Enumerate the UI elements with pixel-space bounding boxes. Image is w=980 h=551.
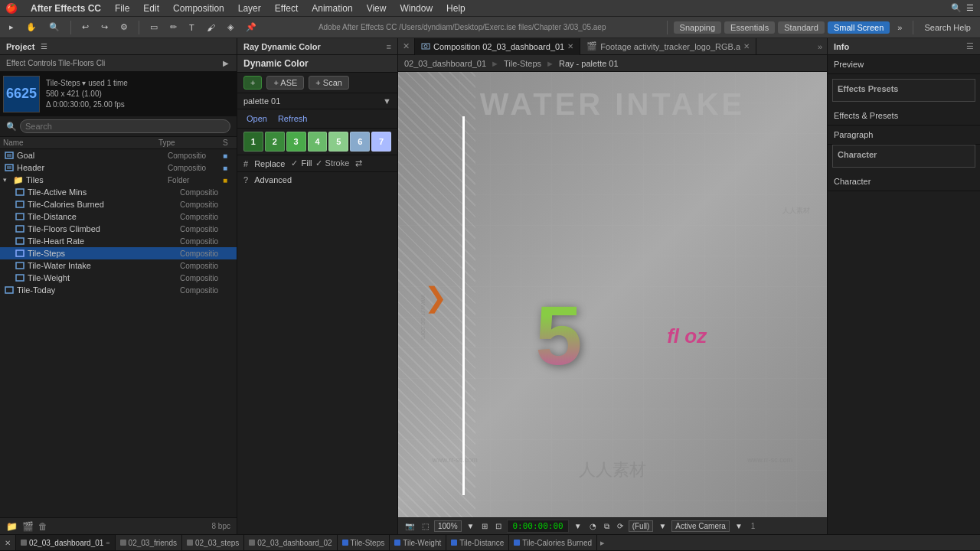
comp-time-dropdown[interactable]: ▼ [572,521,584,531]
menu-effect[interactable]: Effect [269,0,304,17]
comp-tab-close-all[interactable]: ✕ [398,38,415,55]
new-folder-btn[interactable]: 📁 [6,521,18,532]
rdc-scan-btn[interactable]: + Scan [309,76,349,90]
tree-item-water[interactable]: Tile-Water Intake Compositio [0,259,237,272]
bottom-tab-friends[interactable]: 02_03_friends [116,534,182,551]
info-section-character[interactable]: Character [828,172,980,191]
delete-item-btn[interactable]: 🗑 [38,521,47,532]
replace-btn[interactable]: Replace [254,159,285,168]
menu-help[interactable]: Help [440,0,472,17]
bottom-tab-dashboard2[interactable]: 02_03_dashboard_02 [244,534,337,551]
advanced-btn[interactable]: Advanced [254,175,292,184]
open-btn[interactable]: Open [243,112,270,125]
shape-tool[interactable]: ▭ [145,21,162,34]
rdc-ase-btn[interactable]: + ASE [266,76,304,90]
tree-item-header[interactable]: Header Compositio ■ [0,161,237,174]
comp-nav-item-steps[interactable]: Tile-Steps [504,59,541,68]
info-section-preview[interactable]: Preview [828,55,980,74]
tree-item-floors[interactable]: Tile-Floors Climbed Compositio [0,223,237,235]
workspace-more[interactable]: » [893,21,906,34]
workspace-snapping[interactable]: Snapping [674,21,722,34]
comp-frame-blend-btn[interactable]: ⧉ [602,521,612,532]
info-panel-menu[interactable]: ☰ [966,41,974,51]
menu-animation[interactable]: Animation [305,0,358,17]
zoom-tool[interactable]: 🔍 [44,21,64,34]
comp-tab-close-dashboard[interactable]: ✕ [567,42,573,51]
pin-tool[interactable]: 📌 [241,21,261,34]
swatch-1[interactable]: 1 [243,132,263,152]
redo-btn[interactable]: ↪ [96,21,113,34]
swatch-5[interactable]: 5 [328,132,348,152]
tree-item-distance[interactable]: Tile-Distance Compositio [0,210,237,223]
comp-tab-footage[interactable]: 🎬 Footage activity_tracker_logo_RGB.a ✕ [580,38,756,55]
rdc-panel-menu[interactable]: ≡ [387,42,391,51]
comp-tab-close-footage[interactable]: ✕ [743,42,750,51]
info-section-effects[interactable]: Effects & Presets [828,106,980,126]
brush-tool[interactable]: 🖌 [202,21,220,34]
bottom-tab-steps[interactable]: 02_03_steps [182,534,244,551]
new-comp-btn[interactable]: 🎬 [22,521,34,532]
workspace-essentials[interactable]: Essentials [724,21,775,34]
project-tab[interactable]: Project [6,42,34,51]
tree-item-tiles[interactable]: ▾ 📁 Tiles Folder ■ [0,174,237,186]
menu-edit[interactable]: Edit [137,0,165,17]
select-tool[interactable]: ▸ [5,21,18,34]
bottom-tab-tile-calories[interactable]: Tile-Calories Burned [509,534,597,551]
bottom-tabs-overflow[interactable]: ▸ [597,538,608,548]
project-panel-menu[interactable]: ☰ [39,42,49,51]
bottom-tab-tile-weight[interactable]: Tile-Weight [390,534,446,551]
bottom-tab-close[interactable]: ✕ [0,534,16,551]
comp-quality-dropdown[interactable]: ▼ [656,521,668,531]
pen-tool[interactable]: ✏ [165,21,181,34]
undo-btn[interactable]: ↩ [77,21,93,34]
comp-view-display[interactable]: Active Camera [671,520,730,532]
workspace-standard[interactable]: Standard [778,21,825,34]
info-section-paragraph[interactable]: Paragraph [828,126,980,145]
hand-tool[interactable]: ✋ [21,21,41,34]
menu-window[interactable]: Window [394,0,439,17]
clone-tool[interactable]: ◈ [223,21,238,34]
comp-zoom-display[interactable]: 100% [434,520,462,532]
palette-dropdown-arrow[interactable]: ▼ [383,96,391,106]
comp-time-display[interactable]: 0:00:00:00 [507,520,568,533]
swatch-2[interactable]: 2 [265,132,285,152]
swap-icon[interactable]: ⇄ [355,158,362,168]
effect-controls-close[interactable]: ▶ [221,59,230,67]
bottom-tab-dashboard[interactable]: 02_03_dashboard_01 = [16,534,116,551]
menu-after-effects[interactable]: After Effects CC [24,0,107,17]
swatch-3[interactable]: 3 [286,132,306,152]
tree-item-today[interactable]: Tile-Today Compositio [0,284,237,296]
comp-tabs-more[interactable]: » [813,42,827,51]
comp-quality-display[interactable]: (Full) [629,520,654,532]
comp-live-update-btn[interactable]: ⟳ [615,521,626,531]
comp-snapshot-btn[interactable]: 📷 [403,521,416,531]
comp-zoom-dropdown[interactable]: ▼ [465,521,477,531]
project-search-input[interactable] [20,119,230,133]
workspace-small-screen[interactable]: Small Screen [828,21,890,34]
search-help-btn[interactable]: Search Help [920,21,975,34]
fill-label[interactable]: Fill [301,158,312,168]
apple-menu[interactable]: 🍎 [6,3,17,14]
comp-settings[interactable]: ⚙ [116,21,132,34]
refresh-btn[interactable]: Refresh [275,112,311,125]
swatch-4[interactable]: 4 [308,132,328,152]
menu-layer[interactable]: Layer [232,0,267,17]
menu-file[interactable]: File [109,0,136,17]
tree-item-steps[interactable]: Tile-Steps Compositio [0,247,237,259]
bottom-tab-tile-steps[interactable]: Tile-Steps [338,534,390,551]
comp-fit-btn[interactable]: ⊞ [479,521,490,531]
comp-region-btn[interactable]: ⬚ [420,521,431,531]
comp-nav-item-dashboard[interactable]: 02_03_dashboard_01 [404,59,486,68]
comp-tab-dashboard[interactable]: Composition 02_03_dashboard_01 ✕ [415,38,580,55]
tree-item-active-mins[interactable]: Tile-Active Mins Compositio [0,186,237,198]
menu-composition[interactable]: Composition [167,0,230,17]
stroke-label[interactable]: Stroke [325,158,350,168]
comp-nav-item-palette[interactable]: Ray - palette 01 [559,59,619,68]
text-tool[interactable]: T [185,21,199,34]
swatch-7[interactable]: 7 [371,132,391,152]
rdc-add-btn[interactable]: + [243,76,262,90]
tree-item-calories[interactable]: Tile-Calories Burned Compositio [0,198,237,210]
comp-view-dropdown[interactable]: ▼ [733,521,745,531]
bottom-tab-tile-distance[interactable]: Tile-Distance [446,534,509,551]
comp-viewport[interactable]: WATER INTAKE ❯ 5 fl oz 人人素材 www.rr-sc.co… [398,72,827,517]
